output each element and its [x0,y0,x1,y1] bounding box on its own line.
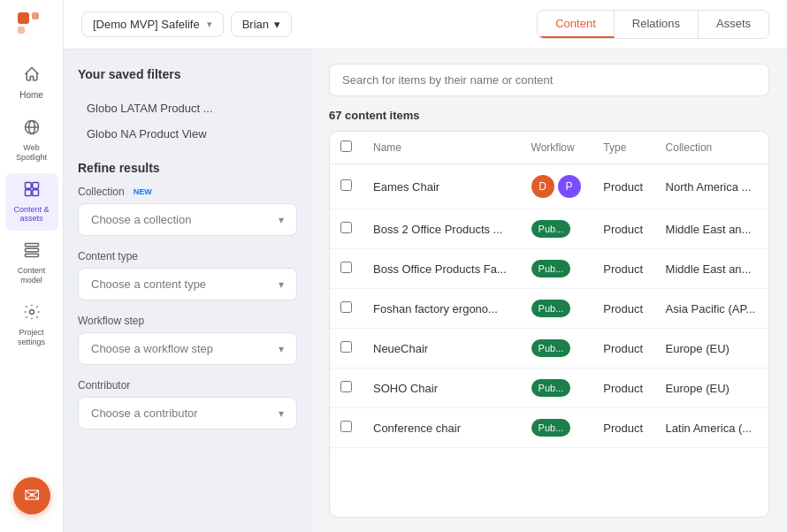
filter-section-workflow-step: Workflow step Choose a workflow step ▾ [78,315,297,365]
table-row: NeueChairPub...ProductEurope (EU) [330,329,768,369]
chevron-down-icon: ▾ [279,214,284,226]
row-checkbox[interactable] [340,262,352,273]
row-name: Foshan factory ergono... [363,289,521,329]
filter-section-content-type: Content type Choose a content type ▾ [78,250,297,300]
sidebar-item-label: Project settings [11,328,53,347]
fab-button[interactable]: ✉ [13,477,50,514]
content-table-container: Name Workflow Type Collection Eames Chai… [329,131,769,518]
chevron-down-icon: ▾ [279,278,284,291]
row-checkbox-cell [330,289,363,329]
row-type: Product [592,164,654,209]
globe-icon [23,118,41,141]
table-header-row: Name Workflow Type Collection [330,132,768,164]
svg-rect-10 [25,244,38,247]
sidebar: Home Web Spotlight Content & assets Cont… [0,0,64,532]
settings-icon [23,303,41,325]
svg-rect-0 [18,12,29,24]
table-row: Eames ChairDPProductNorth America ... [330,164,768,209]
svg-rect-6 [25,182,31,188]
row-checkbox-cell [330,249,363,289]
message-icon: ✉ [24,484,40,507]
svg-point-13 [29,309,34,314]
saved-filter-item[interactable]: Globo LATAM Product ... [78,95,297,121]
row-type: Product [592,289,654,329]
col-collection: Collection [655,132,768,164]
row-checkbox[interactable] [340,341,352,353]
table-row: Conference chairPub...ProductLatin Ameri… [330,408,768,448]
workflow-badge: Pub... [531,260,571,277]
new-badge: NEW [129,186,157,197]
row-checkbox[interactable] [340,381,352,392]
saved-filter-item[interactable]: Globo NA Product View [78,121,297,147]
row-checkbox[interactable] [340,301,352,313]
content-area: 67 content items Name Workflow Type Coll… [311,49,787,532]
user-label: Brian [242,18,269,31]
row-name: NeueChair [363,329,521,369]
saved-filters-title: Your saved filters [78,67,297,81]
row-checkbox[interactable] [340,179,352,191]
user-selector[interactable]: Brian ▾ [231,11,292,37]
svg-rect-9 [32,189,38,195]
sidebar-item-web-spotlight[interactable]: Web Spotlight [5,111,58,170]
workflow-step-dropdown[interactable]: Choose a workflow step ▾ [78,332,297,365]
filter-section-contributor: Contributor Choose a contributor ▾ [78,379,297,429]
workflow-badge: Pub... [531,339,571,357]
chevron-down-icon: ▾ [279,343,284,355]
content-count: 67 content items [329,109,769,122]
sidebar-item-project-settings[interactable]: Project settings [5,296,58,354]
workspace-selector[interactable]: [Demo MVP] Safelife ▾ [81,11,224,37]
row-name: Boss Office Products Fa... [363,249,521,289]
tab-relations[interactable]: Relations [615,11,699,38]
workflow-badge: Pub... [531,300,571,317]
select-all-header [330,132,363,164]
sidebar-item-content-model[interactable]: Content model [5,234,58,293]
row-type: Product [592,369,654,408]
row-workflow: Pub... [521,249,593,289]
search-input[interactable] [329,64,769,96]
row-checkbox-cell [330,369,363,408]
sidebar-item-content-assets[interactable]: Content & assets [5,173,58,232]
col-name: Name [363,132,521,164]
sidebar-item-label: Home [19,90,43,101]
row-collection: Middle East an... [655,249,768,289]
row-collection: Asia Pacific (AP... [655,289,768,329]
tab-assets[interactable]: Assets [699,11,768,38]
table-row: Boss Office Products Fa...Pub...ProductM… [330,249,768,289]
body: Your saved filters Globo LATAM Product .… [64,49,787,532]
row-workflow: DP [521,164,593,209]
filter-panel: Your saved filters Globo LATAM Product .… [64,49,311,532]
sidebar-item-label: Web Spotlight [11,143,53,163]
row-name: Boss 2 Office Products ... [363,209,521,249]
row-checkbox[interactable] [340,222,352,233]
row-type: Product [592,209,654,249]
row-checkbox-cell [330,408,363,448]
svg-rect-1 [32,12,39,19]
svg-rect-2 [18,27,25,34]
select-all-checkbox[interactable] [340,141,352,152]
row-workflow: Pub... [521,369,593,408]
collection-dropdown[interactable]: Choose a collection ▾ [78,203,297,236]
filter-label-contributor: Contributor [78,379,297,391]
sidebar-item-home[interactable]: Home [5,58,58,108]
svg-rect-8 [25,189,31,195]
main-content: [Demo MVP] Safelife ▾ Brian ▾ Content Re… [64,0,787,532]
workflow-badge: Pub... [531,379,571,397]
workspace-label: [Demo MVP] Safelife [93,18,200,31]
tab-content[interactable]: Content [538,11,615,38]
content-type-dropdown[interactable]: Choose a content type ▾ [78,268,297,300]
contributor-dropdown[interactable]: Choose a contributor ▾ [78,397,297,429]
table-row: Boss 2 Office Products ...Pub...ProductM… [330,209,768,249]
topbar: [Demo MVP] Safelife ▾ Brian ▾ Content Re… [64,0,787,49]
row-checkbox[interactable] [340,421,352,432]
row-name: SOHO Chair [363,369,521,408]
chevron-down-icon: ▾ [207,19,212,30]
filter-label-content-type: Content type [78,250,297,262]
row-workflow: Pub... [521,408,593,448]
row-collection: North America ... [655,164,768,209]
table-row: SOHO ChairPub...ProductEurope (EU) [330,369,768,408]
svg-rect-11 [25,249,38,252]
row-name: Conference chair [363,408,521,448]
chevron-down-icon: ▾ [274,18,280,31]
row-collection: Europe (EU) [655,329,768,369]
row-workflow: Pub... [521,289,593,329]
